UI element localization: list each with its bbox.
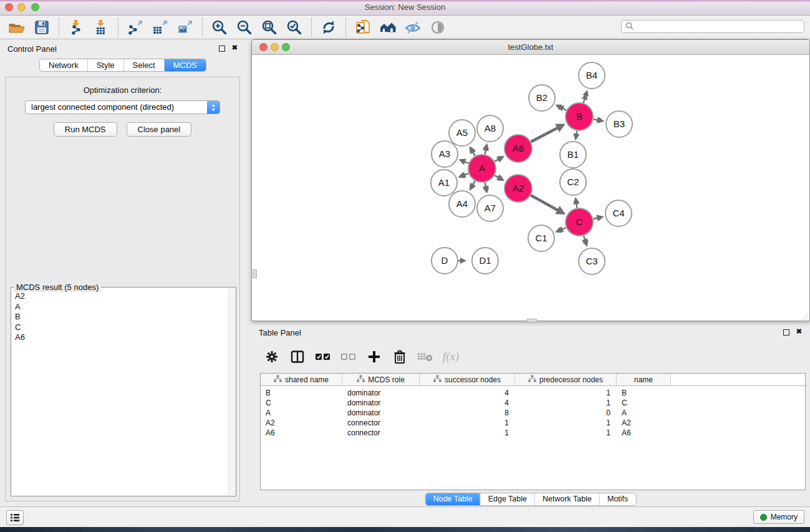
table-row[interactable]: A2connector11A2 bbox=[261, 418, 805, 428]
graph-node-A5[interactable]: A5 bbox=[449, 120, 475, 146]
tab-edge-table[interactable]: Edge Table bbox=[480, 493, 534, 505]
minimize-button[interactable] bbox=[17, 3, 26, 11]
table-cell[interactable]: A2 bbox=[617, 418, 671, 427]
open-session-icon[interactable] bbox=[7, 19, 26, 36]
table-row[interactable]: Adominator80A bbox=[261, 408, 805, 418]
float-panel-icon[interactable] bbox=[219, 46, 225, 52]
table-cell[interactable]: 8 bbox=[420, 409, 515, 417]
tab-node-table[interactable]: Node Table bbox=[426, 493, 480, 505]
graph-node-A4[interactable]: A4 bbox=[449, 191, 475, 217]
column-header-name[interactable]: name bbox=[617, 374, 671, 385]
graph-node-C1[interactable]: C1 bbox=[528, 225, 554, 251]
network-zoom-button[interactable] bbox=[282, 43, 290, 51]
table-cell[interactable]: A bbox=[261, 409, 342, 417]
search-input[interactable] bbox=[636, 22, 804, 32]
tab-style[interactable]: Style bbox=[87, 59, 123, 71]
table-cell[interactable]: A6 bbox=[617, 428, 671, 437]
graph-edge-A-A1[interactable] bbox=[458, 172, 469, 178]
graph-node-C[interactable]: C bbox=[566, 208, 593, 236]
column-header-predecessor-nodes[interactable]: predecessor nodes bbox=[515, 374, 617, 385]
graph-edge-C-C4[interactable] bbox=[594, 215, 604, 221]
zoom-selected-icon[interactable] bbox=[285, 19, 304, 36]
graph-node-A7[interactable]: A7 bbox=[477, 195, 503, 221]
graph-node-A6[interactable]: A6 bbox=[504, 135, 532, 162]
import-network-icon[interactable] bbox=[67, 19, 85, 36]
graph-edge-C-C2[interactable] bbox=[573, 197, 579, 208]
graph-edge-B-B4[interactable] bbox=[582, 90, 589, 103]
zoom-out-icon[interactable] bbox=[235, 19, 254, 36]
zoom-fit-icon[interactable] bbox=[260, 19, 279, 36]
table-cell[interactable]: connector bbox=[342, 428, 420, 437]
graph-node-A2[interactable]: A2 bbox=[504, 175, 532, 202]
mcds-result-item[interactable]: C bbox=[14, 322, 228, 333]
graph-edge-D-D1[interactable] bbox=[458, 258, 466, 264]
graph-node-C3[interactable]: C3 bbox=[579, 248, 605, 274]
table-cell[interactable]: 1 bbox=[515, 389, 617, 397]
graph-node-B[interactable]: B bbox=[566, 103, 593, 130]
table-cell[interactable]: 1 bbox=[515, 399, 617, 407]
search-box[interactable] bbox=[621, 20, 804, 33]
zoom-button[interactable] bbox=[31, 3, 39, 11]
graph-node-A3[interactable]: A3 bbox=[432, 141, 458, 167]
column-header-shared-name[interactable]: shared name bbox=[261, 374, 342, 385]
mcds-result-item[interactable]: A6 bbox=[14, 332, 228, 343]
graph-edge-A-A2[interactable] bbox=[494, 175, 504, 181]
zoom-in-icon[interactable] bbox=[210, 19, 229, 36]
table-cell[interactable]: dominator bbox=[342, 399, 420, 407]
table-cell[interactable]: 1 bbox=[515, 428, 617, 437]
close-table-panel-icon[interactable]: ✖ bbox=[796, 327, 802, 336]
export-table-icon[interactable] bbox=[151, 19, 170, 36]
graph-edge-A2-C[interactable] bbox=[531, 195, 566, 215]
network-minimize-button[interactable] bbox=[271, 43, 279, 51]
tab-motifs[interactable]: Motifs bbox=[599, 493, 635, 505]
select-all-icon[interactable] bbox=[315, 348, 331, 365]
tab-network-table[interactable]: Network Table bbox=[534, 493, 599, 505]
panel-selector-button[interactable] bbox=[6, 510, 24, 525]
result-list-scrollbar[interactable] bbox=[228, 288, 236, 495]
resize-grip-icon[interactable] bbox=[801, 312, 809, 320]
graph-edge-B-B1[interactable] bbox=[573, 131, 579, 141]
export-image-icon[interactable] bbox=[176, 19, 195, 36]
table-cell[interactable]: B bbox=[617, 389, 671, 397]
column-header-successor-nodes[interactable]: successor nodes bbox=[420, 374, 515, 385]
graph-edge-A-A5[interactable] bbox=[470, 146, 476, 156]
graph-edge-A-A3[interactable] bbox=[458, 159, 468, 165]
table-cell[interactable]: 4 bbox=[420, 399, 515, 407]
graph-node-A1[interactable]: A1 bbox=[431, 170, 457, 196]
table-row[interactable]: A6connector11A6 bbox=[261, 428, 805, 438]
table-cell[interactable]: C bbox=[617, 399, 671, 407]
run-mcds-button[interactable]: Run MCDS bbox=[54, 122, 117, 137]
left-resize-handle[interactable] bbox=[253, 269, 257, 278]
mcds-result-item[interactable]: B bbox=[14, 312, 228, 322]
close-button[interactable] bbox=[5, 3, 13, 11]
duplicate-network-icon[interactable] bbox=[354, 19, 372, 36]
table-cell[interactable]: B bbox=[261, 389, 342, 397]
graph-edge-C-C1[interactable] bbox=[555, 226, 566, 233]
graph-edge-A-A7[interactable] bbox=[483, 183, 489, 194]
table-cell[interactable]: connector bbox=[342, 418, 420, 427]
graph-node-C4[interactable]: C4 bbox=[605, 200, 632, 226]
refresh-icon[interactable] bbox=[319, 19, 338, 36]
graph-edge-B-B3[interactable] bbox=[594, 117, 605, 123]
tab-mcds[interactable]: MCDS bbox=[164, 59, 206, 71]
graph-node-B4[interactable]: B4 bbox=[579, 62, 605, 89]
graph-node-C2[interactable]: C2 bbox=[560, 169, 586, 195]
dropdown-stepper-icon[interactable]: ▲ ▼ bbox=[207, 100, 220, 114]
first-neighbors-icon[interactable] bbox=[378, 19, 397, 36]
table-cell[interactable]: A6 bbox=[261, 428, 342, 437]
bottom-resize-handle[interactable] bbox=[527, 319, 537, 322]
table-row[interactable]: Cdominator41C bbox=[261, 398, 805, 408]
table-cell[interactable]: A bbox=[617, 409, 671, 417]
import-table-icon[interactable] bbox=[92, 19, 110, 36]
tab-network[interactable]: Network bbox=[40, 59, 87, 71]
table-cell[interactable]: A2 bbox=[261, 418, 342, 427]
delete-entries-icon[interactable] bbox=[392, 348, 408, 365]
settings-icon[interactable] bbox=[264, 348, 280, 365]
table-cell[interactable]: 1 bbox=[420, 428, 515, 437]
graph-edge-B-B2[interactable] bbox=[556, 105, 567, 112]
column-header-mcds-role[interactable]: MCDS role bbox=[342, 374, 420, 385]
graph-edge-C-C3[interactable] bbox=[582, 236, 589, 247]
graph-node-B2[interactable]: B2 bbox=[529, 85, 555, 111]
graph-node-D1[interactable]: D1 bbox=[472, 248, 498, 274]
tab-select[interactable]: Select bbox=[123, 59, 164, 71]
